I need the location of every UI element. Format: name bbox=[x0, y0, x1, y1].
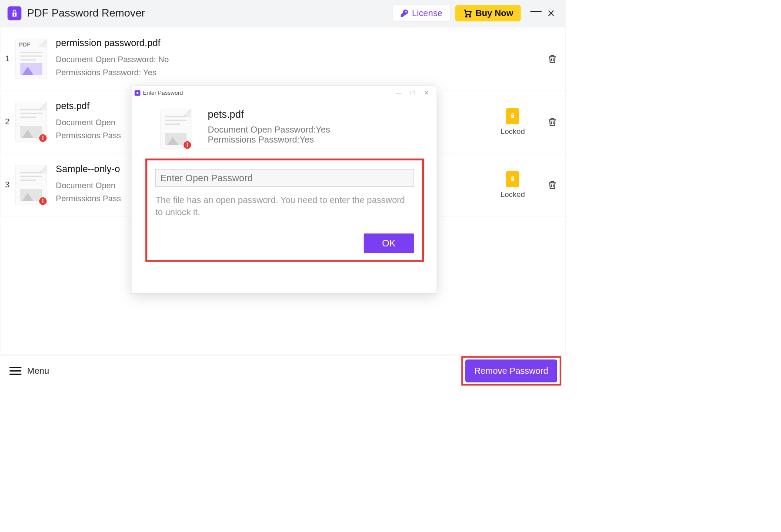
delete-button[interactable] bbox=[547, 53, 558, 64]
footer-bar: Menu Remove Password bbox=[0, 356, 566, 386]
remove-password-highlight: Remove Password bbox=[461, 356, 561, 386]
row-index: 3 bbox=[3, 180, 12, 190]
file-permissions-password: Permissions Password: Yes bbox=[56, 67, 547, 77]
svg-point-0 bbox=[466, 16, 467, 17]
remove-password-button[interactable]: Remove Password bbox=[465, 359, 557, 382]
menu-button[interactable]: Menu bbox=[5, 363, 54, 379]
dialog-title: Enter Password bbox=[143, 90, 183, 96]
window-close-button[interactable] bbox=[544, 6, 559, 21]
file-thumbnail: ! bbox=[16, 165, 47, 205]
dialog-maximize-button[interactable] bbox=[411, 91, 414, 95]
password-input[interactable] bbox=[155, 169, 414, 187]
locked-indicator: Locked bbox=[501, 108, 525, 136]
buy-now-button[interactable]: Buy Now bbox=[455, 5, 521, 21]
alert-icon: ! bbox=[38, 196, 47, 205]
lock-icon bbox=[506, 108, 519, 123]
dialog-hint: The file has an open password. You need … bbox=[155, 194, 414, 219]
dialog-close-button[interactable]: ✕ bbox=[420, 90, 434, 96]
file-thumbnail: ! bbox=[16, 102, 47, 142]
file-row[interactable]: 1 PDF permission password.pdf Document O… bbox=[1, 27, 565, 90]
dialog-minimize-button[interactable]: — bbox=[391, 90, 405, 96]
dialog-file-thumbnail: ! bbox=[160, 109, 191, 149]
app-icon bbox=[135, 90, 140, 96]
locked-indicator: Locked bbox=[501, 171, 525, 199]
close-icon bbox=[547, 9, 555, 17]
dialog-file-name: pets.pdf bbox=[208, 109, 330, 120]
svg-point-1 bbox=[469, 16, 471, 17]
delete-button[interactable] bbox=[547, 116, 558, 127]
locked-label: Locked bbox=[501, 190, 525, 199]
dialog-title-bar[interactable]: Enter Password — ✕ bbox=[131, 86, 437, 100]
ok-button[interactable]: OK bbox=[364, 233, 414, 253]
row-index: 2 bbox=[3, 117, 12, 126]
svg-point-2 bbox=[137, 92, 139, 94]
buy-now-label: Buy Now bbox=[475, 8, 513, 18]
file-name: permission password.pdf bbox=[56, 37, 547, 48]
key-icon bbox=[400, 9, 409, 17]
enter-password-dialog: Enter Password — ✕ ! pets.pdf Document O… bbox=[131, 86, 437, 294]
app-icon bbox=[7, 6, 21, 20]
trash-icon bbox=[547, 116, 558, 127]
file-open-password: Document Open Password: No bbox=[56, 54, 547, 64]
row-index: 1 bbox=[3, 54, 12, 63]
dialog-open-password: Document Open Password:Yes bbox=[208, 125, 330, 135]
hamburger-icon bbox=[10, 367, 22, 375]
locked-label: Locked bbox=[501, 127, 525, 136]
alert-icon: ! bbox=[183, 140, 192, 149]
file-thumbnail: PDF bbox=[16, 39, 47, 79]
license-button[interactable]: License bbox=[392, 5, 451, 22]
delete-button[interactable] bbox=[547, 180, 558, 190]
menu-label: Menu bbox=[27, 366, 49, 376]
dialog-permissions-password: Permissions Password:Yes bbox=[208, 135, 330, 145]
app-title: PDF Password Remover bbox=[27, 7, 145, 19]
pdf-badge: PDF bbox=[19, 41, 30, 48]
lock-icon bbox=[506, 171, 519, 186]
window-minimize-button[interactable]: — bbox=[528, 3, 544, 18]
dialog-highlight-box: The file has an open password. You need … bbox=[145, 159, 424, 262]
cart-icon bbox=[463, 8, 472, 18]
trash-icon bbox=[547, 53, 558, 64]
license-label: License bbox=[412, 8, 442, 18]
trash-icon bbox=[547, 180, 558, 190]
title-bar: PDF Password Remover License Buy Now — bbox=[0, 0, 566, 27]
alert-icon: ! bbox=[38, 133, 47, 142]
